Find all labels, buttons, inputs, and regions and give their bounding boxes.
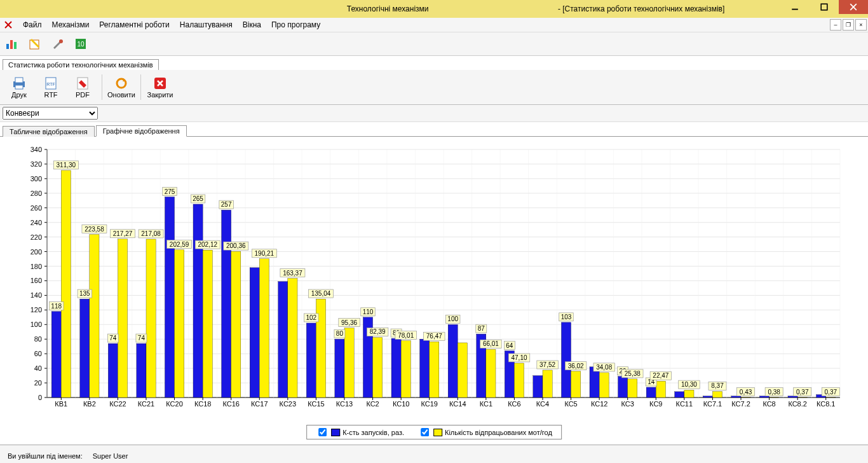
svg-text:60: 60 xyxy=(34,350,42,357)
svg-rect-129 xyxy=(203,250,212,397)
window-maximize-button[interactable] xyxy=(810,0,839,14)
menu-file[interactable]: Файл xyxy=(18,19,47,31)
svg-text:25,38: 25,38 xyxy=(625,370,641,377)
svg-text:280: 280 xyxy=(31,190,42,197)
window-minimize-button[interactable] xyxy=(780,0,810,14)
svg-text:34,08: 34,08 xyxy=(596,364,612,371)
svg-text:КС15: КС15 xyxy=(308,400,324,408)
svg-text:103: 103 xyxy=(561,314,572,321)
filter-row: Конвеєри xyxy=(0,105,868,122)
svg-text:0,37: 0,37 xyxy=(796,389,809,396)
svg-text:КС11: КС11 xyxy=(676,400,693,408)
svg-text:135,04: 135,04 xyxy=(311,290,331,297)
svg-rect-160 xyxy=(420,339,430,397)
svg-text:257: 257 xyxy=(221,201,232,208)
rtf-button[interactable]: RTF RTF xyxy=(36,73,66,102)
svg-text:КС13: КС13 xyxy=(336,400,353,408)
mdi-minimize-button[interactable]: – xyxy=(830,19,841,31)
svg-text:37,52: 37,52 xyxy=(539,361,555,368)
tab-graph[interactable]: Графічне відображення xyxy=(96,125,187,137)
tb-number-icon[interactable]: 10 xyxy=(71,34,90,53)
app-title: Технологічні механізми xyxy=(347,4,429,13)
legend: К-сть запусків, раз. Кількість відпрацьо… xyxy=(306,425,562,439)
svg-text:66,01: 66,01 xyxy=(483,340,499,347)
svg-text:47,10: 47,10 xyxy=(511,354,527,361)
svg-text:КС21: КС21 xyxy=(138,400,154,408)
menu-mechanisms[interactable]: Механізми xyxy=(47,19,95,31)
svg-rect-193 xyxy=(656,381,665,397)
svg-text:КС5: КС5 xyxy=(564,400,577,408)
window-close-button[interactable] xyxy=(839,0,868,14)
menu-windows[interactable]: Вікна xyxy=(238,19,266,31)
svg-rect-15 xyxy=(15,85,23,89)
menubar: Файл Механізми Регламентні роботи Налашт… xyxy=(0,18,868,32)
legend-check-s1[interactable] xyxy=(318,428,327,436)
legend-check-s2[interactable] xyxy=(421,428,429,436)
type-select[interactable]: Конвеєри xyxy=(3,107,98,120)
svg-text:217,08: 217,08 xyxy=(141,230,161,237)
svg-rect-8 xyxy=(14,42,17,49)
svg-rect-120 xyxy=(137,343,146,397)
svg-text:74: 74 xyxy=(109,335,117,342)
svg-text:340: 340 xyxy=(31,146,42,153)
menu-maintenance[interactable]: Регламентні роботи xyxy=(94,19,174,31)
svg-text:300: 300 xyxy=(31,175,42,183)
svg-rect-204 xyxy=(731,396,741,397)
tab-table[interactable]: Табличне відображення xyxy=(3,126,95,137)
svg-rect-137 xyxy=(259,259,269,397)
svg-text:202,12: 202,12 xyxy=(198,241,217,248)
svg-text:КС7.1: КС7.1 xyxy=(703,400,722,408)
tb-chart-icon[interactable] xyxy=(3,34,22,53)
svg-text:0: 0 xyxy=(38,394,42,401)
svg-text:КС12: КС12 xyxy=(591,400,607,408)
svg-rect-112 xyxy=(80,299,90,397)
refresh-label: Оновити xyxy=(107,91,135,99)
svg-text:КС23: КС23 xyxy=(280,400,296,408)
rtf-label: RTF xyxy=(44,91,57,99)
svg-rect-109 xyxy=(61,170,71,397)
tb-edit-icon[interactable] xyxy=(25,34,44,53)
svg-text:КС19: КС19 xyxy=(421,400,437,408)
svg-rect-136 xyxy=(250,268,259,397)
svg-rect-192 xyxy=(646,387,656,397)
svg-rect-133 xyxy=(231,251,241,397)
svg-rect-149 xyxy=(344,328,354,397)
print-button[interactable]: Друк xyxy=(4,73,34,102)
svg-text:КВ2: КВ2 xyxy=(83,400,96,408)
svg-rect-176 xyxy=(533,376,543,397)
svg-rect-161 xyxy=(430,342,439,397)
menu-about[interactable]: Про програму xyxy=(266,19,325,31)
svg-rect-124 xyxy=(165,197,174,397)
svg-rect-201 xyxy=(712,391,722,397)
view-tabs: Табличне відображення Графічне відображе… xyxy=(0,122,868,137)
svg-text:200: 200 xyxy=(31,248,42,256)
tb-tools-icon[interactable] xyxy=(48,34,67,53)
svg-text:КС18: КС18 xyxy=(194,400,211,408)
svg-text:40: 40 xyxy=(34,364,42,372)
svg-rect-156 xyxy=(391,338,401,397)
status-user: Super User xyxy=(88,452,133,460)
svg-rect-165 xyxy=(458,343,467,397)
mdi-close-button[interactable]: × xyxy=(855,19,867,31)
refresh-button[interactable]: Оновити xyxy=(106,73,137,102)
svg-text:76,47: 76,47 xyxy=(426,333,442,340)
pdf-button[interactable]: PDF xyxy=(67,73,98,102)
document-tab-stats[interactable]: Статистика роботи технологічних механізм… xyxy=(3,59,159,70)
svg-rect-177 xyxy=(543,370,552,397)
legend-swatch-blue xyxy=(331,429,340,436)
mdi-restore-button[interactable]: ❐ xyxy=(843,19,854,31)
svg-text:64: 64 xyxy=(506,342,513,349)
svg-rect-181 xyxy=(571,371,581,397)
svg-rect-7 xyxy=(10,40,13,49)
svg-text:87: 87 xyxy=(478,325,485,332)
svg-text:КС1: КС1 xyxy=(480,400,492,408)
close-button[interactable]: Закрити xyxy=(145,73,175,102)
svg-text:163,37: 163,37 xyxy=(283,270,302,277)
svg-text:78,01: 78,01 xyxy=(398,332,414,339)
svg-text:0,37: 0,37 xyxy=(825,389,837,396)
svg-rect-117 xyxy=(118,239,127,397)
svg-rect-164 xyxy=(448,324,458,397)
svg-text:110: 110 xyxy=(363,308,374,315)
svg-rect-140 xyxy=(278,282,288,397)
menu-settings[interactable]: Налаштування xyxy=(175,19,238,31)
